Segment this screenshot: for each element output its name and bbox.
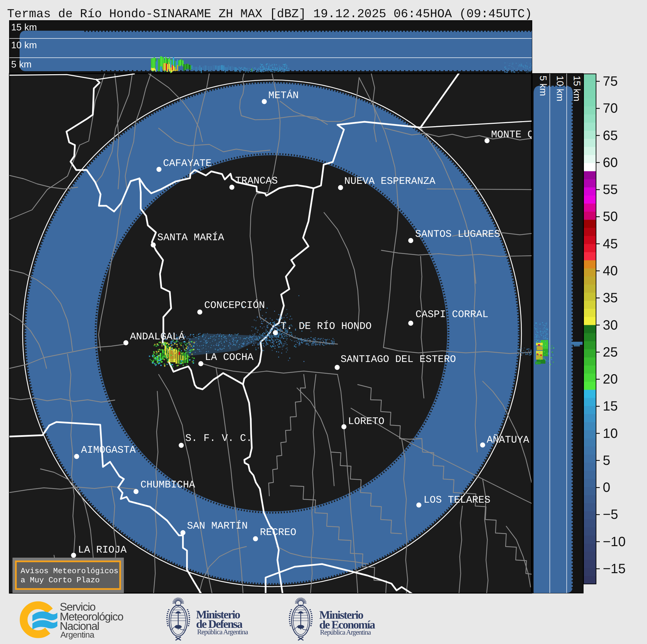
svg-text:15 km: 15 km [11, 22, 37, 32]
svg-text:SANTIAGO DEL ESTERO: SANTIAGO DEL ESTERO [341, 354, 456, 365]
svg-text:S. F. V. C.: S. F. V. C. [185, 433, 252, 444]
svg-text:65: 65 [603, 128, 618, 143]
svg-text:10: 10 [603, 426, 618, 441]
svg-text:LA COCHA: LA COCHA [205, 352, 253, 363]
svg-text:30: 30 [603, 318, 618, 333]
svg-text:−10: −10 [603, 534, 626, 549]
svg-text:−5: −5 [603, 507, 618, 522]
svg-text:República Argentina: República Argentina [320, 628, 371, 636]
svg-text:15: 15 [603, 399, 618, 414]
svg-text:República Argentina: República Argentina [197, 628, 248, 636]
svg-text:a Muy Corto Plazo: a Muy Corto Plazo [21, 576, 100, 585]
svg-text:25: 25 [603, 345, 618, 360]
svg-text:40: 40 [603, 263, 618, 278]
svg-text:METÁN: METÁN [268, 90, 299, 102]
svg-text:5: 5 [603, 453, 610, 468]
svg-text:AIMOGASTA: AIMOGASTA [81, 445, 136, 456]
svg-text:35: 35 [603, 290, 618, 305]
svg-text:NUEVA ESPERANZA: NUEVA ESPERANZA [344, 176, 435, 187]
svg-text:SANTA MARÍA: SANTA MARÍA [157, 232, 224, 244]
svg-text:−15: −15 [603, 561, 626, 576]
svg-text:Avisos Meteorológicos: Avisos Meteorológicos [21, 567, 118, 576]
svg-text:RECREO: RECREO [260, 527, 296, 538]
svg-text:70: 70 [603, 101, 618, 116]
svg-text:10 km: 10 km [11, 40, 37, 50]
svg-text:15 km: 15 km [572, 76, 582, 101]
svg-text:0: 0 [603, 480, 610, 495]
svg-text:60: 60 [603, 155, 618, 170]
svg-text:LORETO: LORETO [348, 416, 384, 427]
svg-text:5 km: 5 km [11, 59, 32, 69]
svg-text:CONCEPCIÓN: CONCEPCIÓN [204, 300, 265, 311]
svg-text:55: 55 [603, 182, 618, 197]
svg-text:CAFAYATE: CAFAYATE [163, 158, 212, 169]
svg-text:CASPI CORRAL: CASPI CORRAL [415, 309, 488, 320]
svg-text:10 km: 10 km [555, 76, 565, 101]
svg-text:LA RIOJA: LA RIOJA [78, 544, 127, 556]
svg-text:SAN MARTÍN: SAN MARTÍN [187, 520, 248, 532]
svg-text:Argentina: Argentina [60, 630, 95, 640]
svg-text:ANDALGALÁ: ANDALGALÁ [130, 331, 185, 343]
svg-text:5 km: 5 km [538, 76, 548, 96]
svg-text:SANTOS LUGARES: SANTOS LUGARES [415, 229, 500, 240]
svg-text:CHUMBICHA: CHUMBICHA [140, 479, 195, 491]
svg-text:MONTE Q: MONTE Q [491, 129, 534, 141]
svg-text:TRANCAS: TRANCAS [235, 175, 278, 187]
svg-text:Termas de Río Hondo-SINARAME Z: Termas de Río Hondo-SINARAME ZH MAX [dBZ… [7, 7, 532, 21]
svg-text:75: 75 [603, 74, 618, 89]
svg-text:45: 45 [603, 236, 618, 251]
svg-text:20: 20 [603, 372, 618, 387]
svg-text:T. DE RÍO HONDO: T. DE RÍO HONDO [280, 320, 372, 332]
svg-text:50: 50 [603, 209, 618, 224]
svg-text:LOS TELARES: LOS TELARES [424, 495, 490, 506]
svg-text:AÑATUYA: AÑATUYA [487, 434, 529, 446]
